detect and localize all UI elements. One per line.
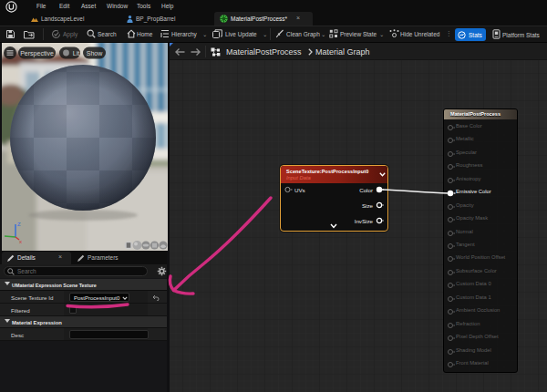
svg-text:Perspective: Perspective	[20, 50, 54, 57]
svg-text:Z: Z	[17, 222, 21, 227]
svg-text:Lit: Lit	[73, 50, 79, 57]
svg-text:Show: Show	[87, 50, 103, 57]
svg-text:x: x	[19, 239, 22, 244]
